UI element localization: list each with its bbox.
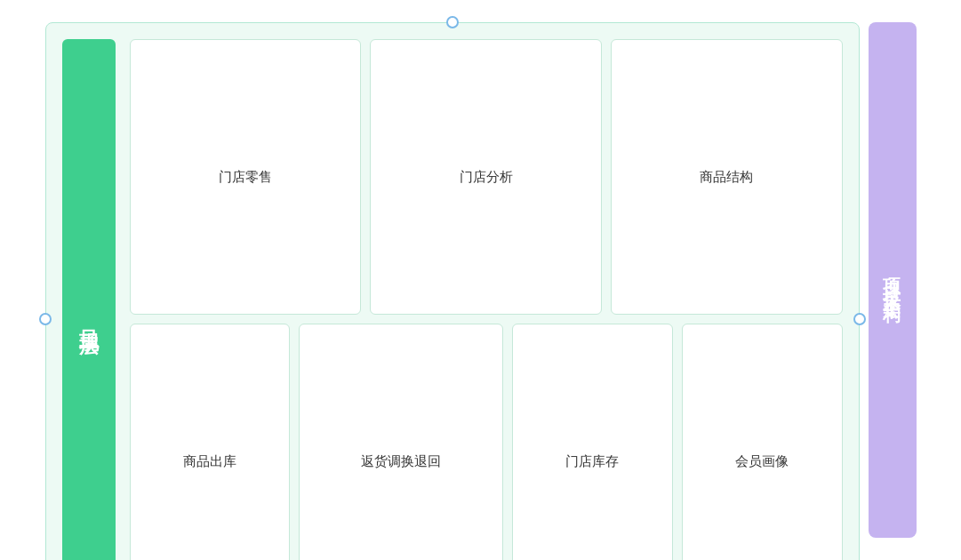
module-return-exchange: 返货调换退回 xyxy=(299,324,503,560)
module-product-warehouse: 商品出库 xyxy=(130,324,291,560)
presentation-row2: 商品出库 返货调换退回 门店库存 会员画像 xyxy=(130,324,843,560)
main-container: 呈现层 门店零售 门店分析 商品结构 商品出库 返货调换退回 门店库存 会员画像… xyxy=(45,22,917,538)
presentation-row1: 门店零售 门店分析 商品结构 xyxy=(130,39,843,315)
dot-right xyxy=(853,313,866,325)
sidebar-label: 项目技术架构 xyxy=(880,264,904,296)
dot-top xyxy=(446,16,459,28)
dot-left xyxy=(39,313,52,325)
layers-area: 呈现层 门店零售 门店分析 商品结构 商品出库 返货调换退回 门店库存 会员画像… xyxy=(45,22,860,538)
module-member-portrait: 会员画像 xyxy=(682,324,843,560)
right-sidebar: 项目技术架构 xyxy=(869,22,917,538)
presentation-label: 呈现层 xyxy=(62,39,116,560)
module-store-inventory: 门店库存 xyxy=(512,324,673,560)
module-product-structure: 商品结构 xyxy=(611,39,843,315)
module-store-analysis: 门店分析 xyxy=(370,39,602,315)
presentation-grid: 门店零售 门店分析 商品结构 商品出库 返货调换退回 门店库存 会员画像 xyxy=(130,39,843,560)
module-store-retail: 门店零售 xyxy=(130,39,362,315)
layer-presentation: 呈现层 门店零售 门店分析 商品结构 商品出库 返货调换退回 门店库存 会员画像 xyxy=(45,22,860,560)
